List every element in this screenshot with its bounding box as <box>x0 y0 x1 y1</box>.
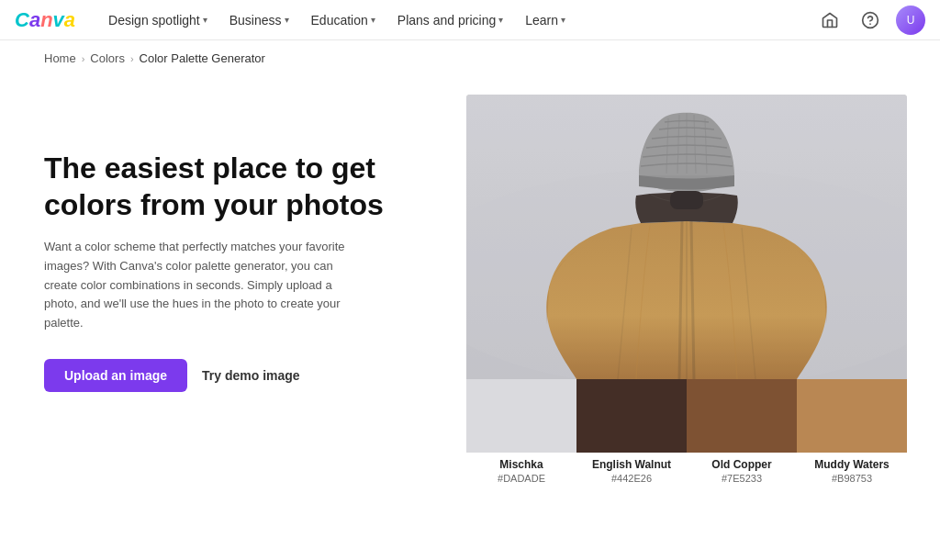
nav-business[interactable]: Business ▾ <box>218 0 300 40</box>
swatch-color-block <box>687 379 797 453</box>
nav-business-label: Business <box>229 13 282 28</box>
left-panel: The easiest place to get colors from you… <box>44 95 466 392</box>
hero-description: Want a color scheme that perfectly match… <box>44 238 356 333</box>
swatch-item: Muddy Waters#B98753 <box>797 379 907 491</box>
right-panel: Mischka#DADADEEnglish Walnut#442E26Old C… <box>466 95 907 491</box>
nav-plans-pricing[interactable]: Plans and pricing ▾ <box>386 0 514 40</box>
swatch-name-label: Old Copper <box>711 458 771 471</box>
swatch-hex-label: #442E26 <box>611 473 652 484</box>
swatch-name-label: Mischka <box>499 458 543 471</box>
nav-education-label: Education <box>311 13 368 28</box>
avatar[interactable]: U <box>896 6 925 35</box>
hero-title: The easiest place to get colors from you… <box>44 150 430 223</box>
navbar: Canva Design spotlight ▾ Business ▾ Educ… <box>0 0 940 40</box>
canva-logo[interactable]: Canva <box>15 8 75 32</box>
breadcrumb-sep-1: › <box>82 53 85 64</box>
swatch-item: English Walnut#442E26 <box>576 379 687 491</box>
chevron-down-icon: ▾ <box>371 15 375 25</box>
help-icon[interactable] <box>856 6 885 35</box>
swatch-color-block <box>576 379 687 453</box>
swatch-hex-label: #7E5233 <box>722 473 762 484</box>
demo-image <box>466 95 907 379</box>
cta-buttons: Upload an image Try demo image <box>44 359 430 392</box>
color-swatches: Mischka#DADADEEnglish Walnut#442E26Old C… <box>466 379 907 491</box>
swatch-item: Old Copper#7E5233 <box>687 379 797 491</box>
chevron-down-icon: ▾ <box>561 15 565 25</box>
nav-education[interactable]: Education ▾ <box>300 0 386 40</box>
swatch-hex-label: #B98753 <box>832 473 872 484</box>
svg-rect-11 <box>466 95 907 379</box>
try-demo-button[interactable]: Try demo image <box>202 359 300 392</box>
nav-right-actions: U <box>815 6 925 35</box>
nav-design-spotlight[interactable]: Design spotlight ▾ <box>97 0 218 40</box>
chevron-down-icon: ▾ <box>203 15 207 25</box>
chevron-down-icon: ▾ <box>285 15 289 25</box>
swatch-item: Mischka#DADADE <box>466 379 576 491</box>
nav-learn-label: Learn <box>525 13 558 28</box>
swatch-color-block <box>466 379 576 453</box>
breadcrumb: Home › Colors › Color Palette Generator <box>0 40 940 76</box>
breadcrumb-home[interactable]: Home <box>44 51 76 65</box>
breadcrumb-current: Color Palette Generator <box>140 51 265 65</box>
nav-learn[interactable]: Learn ▾ <box>514 0 576 40</box>
swatch-color-block <box>797 379 907 453</box>
swatch-name-label: English Walnut <box>592 458 671 471</box>
swatch-name-label: Muddy Waters <box>814 458 890 471</box>
breadcrumb-sep-2: › <box>130 53 134 64</box>
nav-plans-pricing-label: Plans and pricing <box>397 13 496 28</box>
nav-design-spotlight-label: Design spotlight <box>108 13 200 28</box>
breadcrumb-colors[interactable]: Colors <box>90 51 125 65</box>
swatch-hex-label: #DADADE <box>498 473 545 484</box>
main-content: The easiest place to get colors from you… <box>0 95 940 491</box>
home-icon[interactable] <box>815 6 845 35</box>
chevron-down-icon: ▾ <box>498 15 503 25</box>
upload-image-button[interactable]: Upload an image <box>44 359 187 392</box>
